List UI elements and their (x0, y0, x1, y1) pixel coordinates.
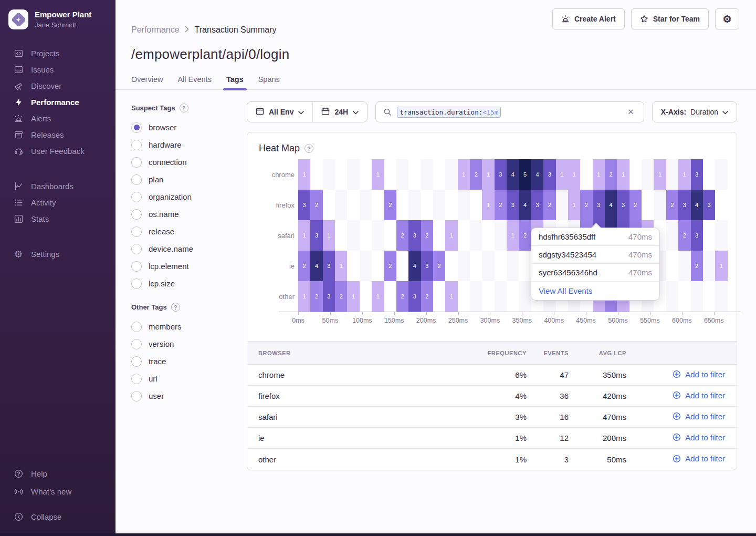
tag-radio-members[interactable]: members (131, 318, 236, 335)
heatmap-cell[interactable]: 3 (593, 190, 605, 220)
sidebar-item-settings[interactable]: ⚙Settings (0, 246, 116, 262)
heatmap-cell[interactable]: 2 (396, 281, 408, 312)
heatmap-cell[interactable]: 1 (568, 159, 580, 190)
tag-radio-url[interactable]: url (131, 370, 236, 387)
x-axis-dropdown[interactable]: X-Axis: Duration (652, 101, 737, 122)
environment-dropdown[interactable]: All Env (247, 102, 312, 122)
heatmap-cell[interactable]: 1 (617, 159, 629, 190)
tag-radio-browser[interactable]: browser (131, 119, 236, 136)
heatmap-cell[interactable]: 4 (408, 251, 421, 281)
org-switcher[interactable]: ✦ Empower Plant Jane Schmidt (0, 0, 116, 41)
heatmap-cell[interactable]: 2 (605, 159, 617, 190)
heatmap-cell[interactable]: 1 (678, 159, 690, 190)
heatmap-cell[interactable]: 4 (310, 251, 322, 281)
sidebar-item-discover[interactable]: Discover (0, 78, 116, 94)
tag-radio-trace[interactable]: trace (131, 353, 236, 370)
star-for-team-button[interactable]: Star for Team (631, 8, 709, 29)
heatmap-cell[interactable]: 4 (507, 159, 519, 190)
add-to-filter-link[interactable]: Add to filter (673, 412, 725, 421)
view-all-events-link[interactable]: View All Events (531, 282, 659, 300)
settings-gear-button[interactable]: ⚙ (715, 8, 739, 29)
heatmap-cell[interactable]: 3 (507, 190, 519, 220)
clear-search-icon[interactable]: ✕ (625, 105, 636, 119)
heatmap-cell[interactable]: 2 (384, 251, 396, 281)
add-to-filter-link[interactable]: Add to filter (673, 454, 725, 463)
tag-radio-release[interactable]: release (131, 223, 236, 240)
help-icon[interactable]: ? (171, 303, 180, 312)
heatmap-cell[interactable]: 3 (703, 190, 715, 220)
sidebar-item-issues[interactable]: Issues (0, 61, 116, 78)
heatmap-cell[interactable]: 4 (519, 190, 531, 220)
heatmap-cell[interactable]: 2 (384, 190, 396, 220)
sidebar-item-stats[interactable]: Stats (0, 211, 116, 227)
sidebar-item-performance[interactable]: Performance (0, 94, 116, 110)
heatmap-cell[interactable]: 1 (482, 159, 494, 190)
heatmap-cell[interactable]: 1 (298, 220, 310, 251)
heatmap-cell[interactable]: 2 (421, 281, 433, 312)
heatmap-cell[interactable]: 1 (482, 190, 494, 220)
heatmap-cell[interactable]: 1 (372, 281, 384, 312)
heatmap-cell[interactable]: 2 (298, 251, 310, 281)
heatmap-cell[interactable]: 2 (629, 190, 642, 220)
heatmap-cell[interactable]: 3 (543, 159, 555, 190)
heatmap-cell[interactable]: 2 (310, 190, 322, 220)
heatmap-cell[interactable]: 1 (568, 190, 580, 220)
heatmap-cell[interactable]: 1 (323, 220, 335, 251)
create-alert-button[interactable]: Create Alert (552, 8, 625, 29)
heatmap-cell[interactable]: 2 (310, 281, 322, 312)
heatmap-cell[interactable]: 3 (495, 159, 507, 190)
tag-radio-lcp-size[interactable]: lcp.size (131, 275, 236, 292)
heatmap-cell[interactable]: 2 (580, 190, 592, 220)
tag-radio-connection[interactable]: connection (131, 153, 236, 171)
heatmap-cell[interactable]: 1 (458, 159, 470, 190)
heatmap-cell[interactable]: 3 (678, 190, 690, 220)
tag-radio-version[interactable]: version (131, 335, 236, 353)
search-input[interactable]: transaction.duration:<15m ✕ (375, 101, 644, 122)
sidebar-item-projects[interactable]: Projects (0, 45, 116, 61)
heatmap-cell[interactable]: 2 (495, 190, 507, 220)
tag-radio-lcp-element[interactable]: lcp.element (131, 257, 236, 275)
sidebar-item-help[interactable]: Help (0, 465, 116, 482)
heatmap-cell[interactable]: 3 (408, 281, 421, 312)
heatmap-cell[interactable]: 2 (396, 220, 408, 251)
heatmap-cell[interactable]: 5 (519, 159, 531, 190)
heatmap-cell[interactable]: 2 (543, 190, 555, 220)
heatmap-cell[interactable]: 1 (593, 159, 605, 190)
tag-radio-organization[interactable]: organization (131, 188, 236, 205)
heatmap-cell[interactable]: 3 (421, 251, 433, 281)
heatmap-cell[interactable]: 3 (691, 159, 703, 190)
tab-overview[interactable]: Overview (131, 75, 163, 89)
heatmap-cell[interactable]: 1 (715, 251, 727, 281)
sidebar-item-alerts[interactable]: Alerts (0, 110, 116, 127)
heatmap-cell[interactable]: 2 (421, 220, 433, 251)
heatmap-cell[interactable]: 2 (678, 220, 690, 251)
heatmap-cell[interactable]: 2 (519, 220, 531, 251)
heatmap-cell[interactable]: 1 (445, 220, 457, 251)
heatmap-cell[interactable]: 4 (691, 190, 703, 220)
tab-spans[interactable]: Spans (258, 75, 280, 89)
heatmap-cell[interactable]: 3 (310, 220, 322, 251)
sidebar-item-activity[interactable]: Activity (0, 194, 116, 211)
tab-all-events[interactable]: All Events (177, 75, 211, 89)
heatmap-cell[interactable]: 4 (605, 190, 617, 220)
heatmap-cell[interactable]: 3 (691, 220, 703, 251)
heatmap-cell[interactable]: 4 (531, 159, 543, 190)
sidebar-item-what-s-new[interactable]: What’s new (0, 482, 116, 500)
tag-radio-user[interactable]: user (131, 387, 236, 405)
heatmap-cell[interactable]: 2 (433, 251, 445, 281)
tag-radio-device-name[interactable]: device.name (131, 240, 236, 257)
add-to-filter-link[interactable]: Add to filter (673, 391, 725, 400)
help-icon[interactable]: ? (304, 144, 313, 153)
heatmap-cell[interactable]: 1 (654, 159, 666, 190)
heatmap-cell[interactable]: 1 (507, 220, 519, 251)
heatmap-cell[interactable]: 1 (445, 281, 457, 312)
heatmap-cell[interactable]: 1 (335, 251, 347, 281)
heatmap-cell[interactable]: 3 (408, 220, 421, 251)
help-icon[interactable]: ? (180, 104, 188, 112)
heatmap-cell[interactable]: 2 (666, 190, 678, 220)
tab-tags[interactable]: Tags (226, 75, 244, 89)
add-to-filter-link[interactable]: Add to filter (673, 370, 725, 379)
sidebar-item-user-feedback[interactable]: User Feedback (0, 143, 116, 159)
breadcrumb-performance[interactable]: Performance (131, 25, 180, 35)
heatmap-cell[interactable]: 1 (347, 281, 359, 312)
